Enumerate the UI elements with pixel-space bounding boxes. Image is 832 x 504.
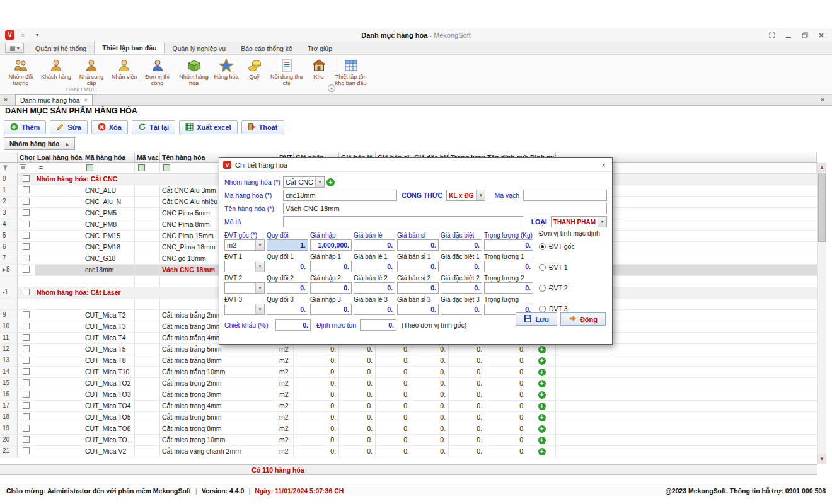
cell-loai-hang-hoa[interactable]: [35, 197, 83, 207]
cell-ten-hang-hoa[interactable]: Cắt mica trong 10mm: [160, 435, 277, 445]
cell-ten-dinh-muc[interactable]: 0.: [485, 423, 528, 434]
gia-ban-si-n-input[interactable]: 0.: [397, 282, 439, 294]
mo-ta-input[interactable]: [283, 216, 523, 227]
row-select-cell[interactable]: [18, 208, 35, 219]
cell-ma-vach[interactable]: [135, 321, 160, 332]
cell-gia-nhap[interactable]: 0.: [294, 355, 339, 366]
cell-gia-dac-biet[interactable]: 0.: [412, 446, 449, 457]
vertical-scrollbar[interactable]: ▲ ▼: [817, 163, 826, 464]
add-norm-icon[interactable]: +: [538, 448, 546, 455]
cell-ma-hang-hoa[interactable]: [83, 276, 135, 287]
cell-ma-hang-hoa[interactable]: CUT_Mica TO8: [83, 423, 135, 434]
cell-dinh-muc[interactable]: +: [528, 423, 556, 434]
trong-luong-n-input[interactable]: 0.: [484, 261, 533, 272]
cell-loai-hang-hoa[interactable]: [35, 355, 83, 366]
cell-gia-ban-le[interactable]: 0.: [339, 389, 376, 400]
gia-dac-biet-goc-input[interactable]: [441, 239, 482, 251]
cell-gia-nhap[interactable]: 0.: [294, 389, 339, 400]
cell-gia-ban-si[interactable]: 0.: [376, 412, 412, 423]
row-checkbox[interactable]: [23, 266, 30, 273]
cell-loai-hang-hoa[interactable]: [35, 208, 83, 219]
cell-gia-ban-le[interactable]: 0.: [339, 412, 376, 423]
row-checkbox[interactable]: [23, 198, 30, 205]
cell-loai-hang-hoa[interactable]: [35, 412, 83, 423]
tab-close-icon[interactable]: ×: [84, 97, 88, 103]
cell-gia-nhap[interactable]: 0.: [294, 344, 339, 355]
cell-gia-ban-le[interactable]: 0.: [339, 355, 376, 366]
cell-ma-hang-hoa[interactable]: cnc18mm: [83, 265, 135, 275]
add-norm-icon[interactable]: +: [538, 437, 546, 444]
table-row[interactable]: 17 CUT_Mica TO4 Cắt mica trong 4mm m2 0.…: [0, 401, 817, 412]
cell-gia-dac-biet[interactable]: 0.: [412, 344, 449, 355]
gia-ban-si-n-input[interactable]: 0.: [397, 261, 439, 272]
cell-gia-ban-si[interactable]: 0.: [376, 378, 412, 389]
row-select-cell[interactable]: [18, 253, 35, 264]
row-select-cell[interactable]: [18, 321, 35, 332]
cell-dinh-muc[interactable]: +: [528, 435, 556, 445]
filter-loai[interactable]: =: [35, 163, 83, 174]
tab-tro-giup[interactable]: Trợ giúp: [300, 43, 340, 54]
row-select-cell[interactable]: [18, 412, 35, 423]
row-checkbox[interactable]: [23, 368, 30, 375]
cell-dvt[interactable]: m2: [277, 401, 294, 411]
cell-dinh-muc[interactable]: +: [528, 446, 556, 457]
cell-ma-hang-hoa[interactable]: CUT_Mica T3: [83, 321, 135, 332]
row-checkbox[interactable]: [23, 289, 30, 295]
cell-loai-hang-hoa[interactable]: [35, 423, 83, 434]
cell-gia-ban-le[interactable]: 0.: [339, 344, 376, 355]
cell-ma-vach[interactable]: [135, 253, 160, 264]
cell-gia-dac-biet[interactable]: 0.: [412, 423, 449, 434]
gia-ban-le-goc-input[interactable]: [354, 239, 395, 251]
cell-gia-ban-si[interactable]: 0.: [376, 446, 412, 457]
restore-button[interactable]: [800, 31, 809, 40]
row-select-cell[interactable]: [18, 367, 35, 377]
cell-ma-vach[interactable]: [135, 231, 160, 241]
delete-button[interactable]: Xóa: [91, 120, 128, 134]
cell-ma-hang-hoa[interactable]: CUT_Mica T5: [83, 344, 135, 355]
cell-ten-hang-hoa[interactable]: Cắt mica trong 2mm: [160, 378, 277, 389]
cell-trong-luong[interactable]: 0.: [449, 344, 485, 355]
gia-dac-biet-n-input[interactable]: 0.: [441, 261, 482, 272]
cell-loai-hang-hoa[interactable]: [35, 333, 83, 343]
close-button[interactable]: [817, 31, 826, 40]
cell-ma-hang-hoa[interactable]: CUT_Mica T4: [83, 333, 135, 343]
gia-nhap-n-input[interactable]: 0.: [310, 282, 352, 294]
cell-trong-luong[interactable]: 0.: [449, 355, 485, 366]
dinh-muc-ton-input[interactable]: [360, 319, 396, 331]
cell-gia-nhap[interactable]: 0.: [294, 435, 339, 445]
cell-ma-vach[interactable]: [135, 197, 160, 207]
ma-vach-input[interactable]: [523, 190, 607, 201]
reload-button[interactable]: Tải lại: [132, 120, 175, 134]
cell-dvt[interactable]: m2: [277, 389, 294, 400]
cell-ma-vach[interactable]: [135, 389, 160, 400]
export-excel-button[interactable]: Xuất excel: [179, 120, 237, 134]
ribbon-item-nhan-vien[interactable]: Nhân viên: [110, 57, 139, 81]
tab-quan-tri-he-thong[interactable]: Quản trị hệ thống: [28, 43, 94, 54]
row-checkbox[interactable]: [23, 255, 30, 261]
row-select-cell[interactable]: [18, 389, 35, 400]
cell-ma-hang-hoa[interactable]: CNC_G18: [83, 253, 135, 264]
cell-gia-ban-le[interactable]: 0.: [339, 401, 376, 411]
row-checkbox[interactable]: [23, 232, 30, 239]
ten-hang-hoa-input[interactable]: [283, 203, 607, 214]
cell-ma-hang-hoa[interactable]: CUT_Mica TO...: [83, 435, 135, 445]
cell-ma-vach[interactable]: [135, 276, 160, 287]
cell-ma-vach[interactable]: [135, 378, 160, 389]
cell-trong-luong[interactable]: 0.: [449, 446, 485, 457]
quy-doi-goc-input[interactable]: [267, 239, 308, 251]
cell-ma-vach[interactable]: [135, 219, 160, 230]
row-select-cell[interactable]: [18, 276, 35, 287]
cell-ma-hang-hoa[interactable]: CUT_Mica T10: [83, 367, 135, 377]
cell-trong-luong[interactable]: 0.: [449, 423, 485, 434]
cell-gia-dac-biet[interactable]: 0.: [412, 355, 449, 366]
cell-ma-hang-hoa[interactable]: [83, 299, 135, 309]
row-select-cell[interactable]: [18, 287, 35, 298]
header-chon[interactable]: Chọn: [18, 152, 35, 162]
cell-dinh-muc[interactable]: +: [528, 378, 556, 389]
cell-gia-nhap[interactable]: 0.: [294, 423, 339, 434]
cell-ma-vach[interactable]: [135, 333, 160, 343]
cell-ma-hang-hoa[interactable]: CNC_PM5: [83, 208, 135, 219]
row-checkbox[interactable]: [23, 391, 30, 398]
gia-ban-si-goc-input[interactable]: [397, 239, 439, 251]
cell-ma-vach[interactable]: [135, 265, 160, 275]
